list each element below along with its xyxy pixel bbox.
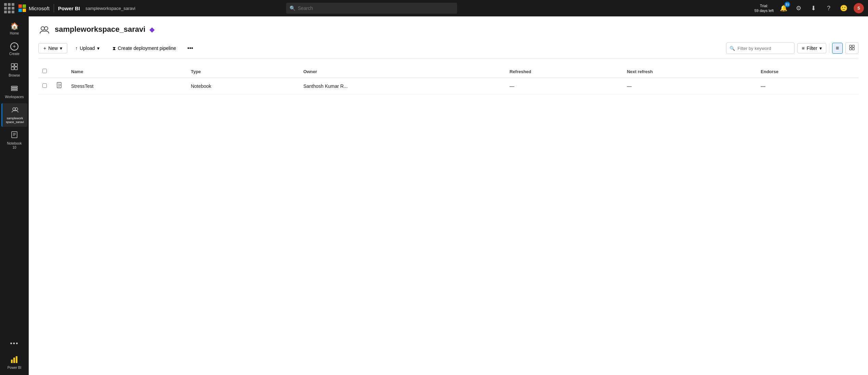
notebook-icon bbox=[11, 131, 18, 140]
sidebar-item-sampleworkspace[interactable]: samplework space_saravi bbox=[1, 103, 27, 127]
sidebar-label-home: Home bbox=[10, 31, 19, 36]
toolbar-right: 🔍 ≡ Filter ▾ ≡ bbox=[726, 42, 858, 54]
list-view-button[interactable]: ≡ bbox=[832, 43, 843, 54]
ms-logo: Microsoft bbox=[18, 4, 50, 12]
svg-rect-6 bbox=[11, 90, 17, 91]
sidebar-label-workspaces: Workspaces bbox=[5, 95, 24, 99]
filter-icon: ≡ bbox=[802, 45, 804, 51]
upload-chevron-icon: ▾ bbox=[97, 45, 99, 51]
content-table: Name Type Owner Refreshed Next refresh bbox=[38, 65, 858, 94]
upload-label: Upload bbox=[80, 45, 95, 51]
browse-icon bbox=[11, 63, 18, 72]
row-checkbox[interactable] bbox=[42, 83, 47, 88]
pipeline-button[interactable]: ⧗ Create deployment pipeline bbox=[107, 43, 181, 54]
row-endorse: — bbox=[757, 78, 858, 94]
col-name-header: Name bbox=[67, 65, 187, 78]
help-button[interactable]: ? bbox=[824, 3, 834, 13]
trial-badge: Trial: 59 days left bbox=[755, 3, 774, 13]
row-refreshed: — bbox=[505, 78, 623, 94]
sidebar-label-browse: Browse bbox=[9, 73, 20, 78]
pipeline-label: Create deployment pipeline bbox=[118, 45, 176, 51]
more-icon: ••• bbox=[187, 45, 193, 51]
svg-rect-5 bbox=[11, 88, 17, 89]
toolbar-divider bbox=[829, 43, 829, 53]
row-type: Notebook bbox=[187, 78, 299, 94]
svg-text:</>: </> bbox=[58, 83, 60, 84]
svg-rect-20 bbox=[850, 48, 852, 50]
row-type-icon: </> bbox=[52, 78, 67, 94]
svg-rect-0 bbox=[11, 64, 14, 66]
plus-icon: + bbox=[43, 45, 46, 51]
svg-point-17 bbox=[44, 27, 48, 30]
layout: 🏠 Home + Create Browse bbox=[0, 16, 868, 375]
table-header-row: Name Type Owner Refreshed Next refresh bbox=[38, 65, 858, 78]
more-button[interactable]: ••• bbox=[184, 43, 197, 53]
svg-rect-14 bbox=[13, 358, 15, 363]
sidebar: 🏠 Home + Create Browse bbox=[0, 16, 29, 375]
main-content: sampleworkspace_saravi ◆ + New ▾ ↑ Uploa… bbox=[29, 16, 868, 375]
download-button[interactable]: ⬇ bbox=[809, 3, 819, 13]
waffle-menu[interactable] bbox=[4, 3, 14, 13]
table-row: </> StressTest Notebook Santhosh Kumar R… bbox=[38, 78, 858, 94]
grid-view-icon bbox=[849, 45, 855, 51]
svg-rect-19 bbox=[852, 45, 854, 47]
settings-button[interactable]: ⚙ bbox=[793, 3, 804, 13]
toolbar: + New ▾ ↑ Upload ▾ ⧗ Create deployment p… bbox=[38, 42, 858, 58]
sidebar-item-browse[interactable]: Browse bbox=[1, 60, 27, 80]
row-next-refresh: — bbox=[623, 78, 757, 94]
svg-rect-3 bbox=[15, 67, 17, 70]
pipeline-icon: ⧗ bbox=[112, 45, 116, 51]
list-view-icon: ≡ bbox=[836, 45, 839, 51]
workspace-header: sampleworkspace_saravi ◆ bbox=[38, 23, 858, 36]
sidebar-item-home[interactable]: 🏠 Home bbox=[1, 19, 27, 38]
select-all-checkbox[interactable] bbox=[42, 69, 47, 73]
sidebar-powerbi[interactable]: Power BI bbox=[1, 352, 27, 372]
home-icon: 🏠 bbox=[10, 22, 19, 30]
topbar-workspace-name: sampleworkspace_saravi bbox=[85, 6, 135, 11]
ms-logo-text: Microsoft bbox=[29, 5, 50, 11]
svg-rect-18 bbox=[850, 45, 852, 47]
col-type-header: Type bbox=[187, 65, 299, 78]
col-owner-header: Owner bbox=[299, 65, 505, 78]
svg-rect-15 bbox=[16, 356, 17, 363]
new-button[interactable]: + New ▾ bbox=[38, 43, 67, 53]
filter-label: Filter bbox=[807, 45, 817, 51]
svg-rect-13 bbox=[11, 360, 13, 363]
workspace-title: sampleworkspace_saravi bbox=[55, 25, 145, 34]
topbar-divider bbox=[54, 4, 54, 12]
col-checkbox bbox=[38, 65, 52, 78]
new-label: New bbox=[48, 45, 58, 51]
workspace-icon bbox=[38, 23, 51, 36]
notification-count: 21 bbox=[785, 2, 790, 7]
create-icon: + bbox=[10, 42, 18, 51]
sidebar-item-create[interactable]: + Create bbox=[1, 40, 27, 59]
sidebar-item-workspaces[interactable]: Workspaces bbox=[1, 82, 27, 102]
svg-rect-21 bbox=[852, 48, 854, 50]
svg-rect-9 bbox=[12, 132, 17, 138]
sidebar-more-button[interactable]: ••• bbox=[7, 337, 22, 351]
filter-button[interactable]: ≡ Filter ▾ bbox=[797, 43, 826, 53]
sidebar-item-notebook10[interactable]: Notebook 10 bbox=[1, 128, 27, 152]
new-chevron-icon: ▾ bbox=[60, 45, 62, 51]
svg-point-16 bbox=[41, 27, 44, 30]
search-input[interactable] bbox=[286, 3, 457, 14]
premium-icon: ◆ bbox=[149, 25, 155, 34]
user-avatar[interactable]: S bbox=[854, 3, 864, 13]
feedback-button[interactable]: 🙂 bbox=[839, 3, 849, 13]
filter-input[interactable] bbox=[726, 42, 794, 54]
svg-rect-2 bbox=[11, 67, 14, 70]
workspaces-icon bbox=[11, 84, 18, 94]
grid-view-button[interactable] bbox=[845, 42, 858, 54]
sidebar-label-notebook10: Notebook 10 bbox=[7, 142, 22, 150]
filter-chevron-icon: ▾ bbox=[819, 45, 822, 51]
row-name[interactable]: StressTest bbox=[67, 78, 187, 94]
col-endorse-header: Endorse bbox=[757, 65, 858, 78]
col-icon-header bbox=[52, 65, 67, 78]
topbar: Microsoft Power BI sampleworkspace_sarav… bbox=[0, 0, 868, 16]
sampleworkspace-icon bbox=[11, 106, 19, 115]
upload-button[interactable]: ↑ Upload ▾ bbox=[70, 43, 104, 53]
upload-icon: ↑ bbox=[75, 45, 78, 51]
topbar-right: Trial: 59 days left 🔔 21 ⚙ ⬇ ? 🙂 S bbox=[755, 3, 864, 13]
svg-rect-4 bbox=[11, 86, 17, 87]
notifications-button[interactable]: 🔔 21 bbox=[778, 3, 789, 13]
